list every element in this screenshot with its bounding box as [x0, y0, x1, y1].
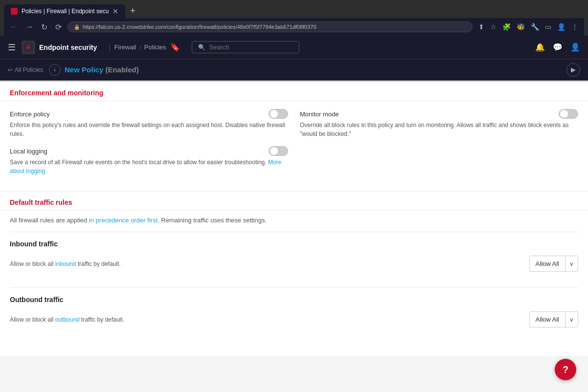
nav-right-icons: 🔔 💬 👤	[535, 43, 580, 52]
traffic-rules-section-header: Default traffic rules	[0, 192, 588, 211]
bookmark-nav-icon[interactable]: 🔖	[170, 43, 180, 52]
tab-favicon	[11, 8, 18, 15]
enforce-policy-toggle[interactable]	[269, 109, 288, 119]
divider-2	[10, 287, 578, 288]
inbound-traffic-group: Inbound traffic Allow or block all inbou…	[10, 240, 578, 276]
policy-title: New Policy (Enabled)	[65, 65, 139, 74]
enforcement-settings-grid: Enforce policy Enforce this policy's rul…	[0, 101, 588, 192]
app-navbar: ☰ Endpoint security | Firewall › Policie…	[0, 36, 588, 59]
url-text: https://falcon.us-2.crowdstrike.com/conf…	[83, 24, 317, 30]
nav-divider: |	[109, 44, 110, 51]
outbound-traffic-group: Outbound traffic Allow or block all outb…	[10, 296, 578, 331]
outbound-traffic-desc: Allow or block all outbound traffic by d…	[10, 316, 124, 323]
traffic-intro-highlight: in precedence order first	[89, 217, 158, 224]
extension2-icon[interactable]: 🐝	[515, 21, 527, 33]
active-tab[interactable]: Policies | Firewall | Endpoint secu ✕	[4, 4, 125, 18]
play-icon: ▶	[571, 66, 576, 73]
share-icon[interactable]: ⬆	[476, 21, 486, 33]
browser-menu-icon[interactable]: ⋮	[569, 21, 580, 33]
new-tab-button[interactable]: +	[126, 4, 139, 18]
enforce-policy-setting: Enforce policy Enforce this policy's rul…	[10, 109, 288, 138]
traffic-section: All firewall rules are applied in preced…	[0, 211, 588, 353]
user-profile-icon[interactable]: 👤	[570, 43, 580, 52]
app-title: Endpoint security	[39, 44, 97, 51]
all-policies-link[interactable]: ↩ All Policies	[8, 66, 43, 73]
policy-navigation: ‹ New Policy (Enabled)	[49, 64, 139, 76]
app-logo: Endpoint security	[22, 41, 97, 54]
search-input[interactable]	[209, 44, 293, 51]
prev-arrow-icon: ‹	[54, 66, 56, 73]
enforcement-section-title: Enforcement and monitoring	[10, 89, 103, 97]
monitor-mode-setting: Monitor mode Override all block rules in…	[300, 109, 578, 138]
address-bar[interactable]: 🔒 https://falcon.us-2.crowdstrike.com/co…	[68, 22, 473, 32]
enforce-policy-top: Enforce policy	[10, 109, 288, 119]
puzzle-icon[interactable]: 🔧	[529, 21, 541, 33]
all-policies-label: All Policies	[15, 66, 43, 73]
local-logging-desc: Save a record of all Firewall rule event…	[10, 158, 288, 175]
main-content: Enforcement and monitoring Enforce polic…	[0, 82, 588, 356]
nav-reload-button[interactable]: ⟳	[53, 22, 64, 33]
outbound-action-dropdown[interactable]: Allow All ∨	[529, 311, 578, 327]
crowdstrike-logo-icon	[24, 43, 33, 52]
breadcrumb-separator: ›	[139, 44, 141, 51]
search-container: 🔍	[192, 41, 299, 53]
inbound-highlight: inbound	[55, 261, 76, 267]
outbound-traffic-rule-row: Allow or block all outbound traffic by d…	[10, 307, 578, 331]
tab-close-button[interactable]: ✕	[113, 7, 118, 15]
monitor-mode-toggle[interactable]	[559, 109, 578, 119]
monitor-mode-label: Monitor mode	[300, 110, 339, 118]
policy-name: New Policy	[65, 65, 103, 74]
breadcrumb: Firewall › Policies	[114, 44, 166, 51]
inbound-traffic-desc: Allow or block all inbound traffic by de…	[10, 261, 121, 267]
search-icon: 🔍	[198, 44, 205, 51]
outbound-dropdown-arrow: ∨	[565, 312, 578, 327]
local-logging-toggle[interactable]	[269, 146, 288, 156]
nav-refresh-button[interactable]: ↻	[39, 22, 49, 33]
local-logging-label: Local logging	[10, 148, 47, 155]
monitor-mode-desc: Override all block rules in this policy …	[300, 121, 578, 138]
enforcement-section-header: Enforcement and monitoring	[0, 82, 588, 101]
outbound-action-label: Allow All	[530, 312, 565, 327]
outbound-highlight: outbound	[55, 316, 80, 323]
inbound-traffic-title: Inbound traffic	[10, 240, 578, 248]
nav-forward-button[interactable]: →	[23, 22, 35, 32]
breadcrumb-policies[interactable]: Policies	[144, 44, 166, 51]
sub-navbar: ↩ All Policies ‹ New Policy (Enabled) ▶	[0, 59, 588, 81]
bookmark-star-icon[interactable]: ☆	[488, 21, 498, 33]
policy-status: (Enabled)	[105, 65, 138, 74]
sub-nav-right: ▶	[566, 63, 580, 77]
breadcrumb-firewall[interactable]: Firewall	[114, 44, 136, 51]
profile-icon[interactable]: 👤	[555, 21, 567, 33]
local-logging-setting: Local logging Save a record of all Firew…	[10, 146, 288, 175]
extension1-icon[interactable]: 🧩	[500, 21, 513, 33]
local-logging-top: Local logging	[10, 146, 288, 156]
nav-back-button[interactable]: ←	[8, 22, 20, 32]
inbound-action-label: Allow All	[530, 256, 565, 271]
app-logo-icon	[22, 41, 35, 54]
lock-icon: 🔒	[74, 24, 80, 30]
inbound-dropdown-arrow: ∨	[565, 257, 578, 271]
divider-1	[10, 232, 578, 232]
messages-icon[interactable]: 💬	[553, 43, 563, 52]
sidebar-toggle-icon[interactable]: ▭	[543, 21, 553, 33]
settings-row-1: Enforce policy Enforce this policy's rul…	[10, 109, 578, 138]
settings-row-2: Local logging Save a record of all Firew…	[10, 146, 578, 175]
inbound-traffic-rule-row: Allow or block all inbound traffic by de…	[10, 252, 578, 276]
back-arrow-icon: ↩	[8, 66, 13, 73]
enforce-policy-desc: Enforce this policy's rules and override…	[10, 121, 288, 138]
inbound-action-dropdown[interactable]: Allow All ∨	[529, 256, 578, 272]
enforce-policy-label: Enforce policy	[10, 110, 50, 118]
monitor-mode-top: Monitor mode	[300, 109, 578, 119]
tab-title: Policies | Firewall | Endpoint secu	[22, 8, 109, 15]
traffic-intro-text: All firewall rules are applied in preced…	[10, 211, 578, 232]
play-button[interactable]: ▶	[566, 63, 580, 77]
bell-icon[interactable]: 🔔	[535, 43, 545, 52]
outbound-traffic-title: Outbound traffic	[10, 296, 578, 304]
policy-prev-button[interactable]: ‹	[49, 64, 61, 76]
traffic-rules-title: Default traffic rules	[10, 198, 72, 206]
hamburger-menu-icon[interactable]: ☰	[8, 42, 16, 53]
